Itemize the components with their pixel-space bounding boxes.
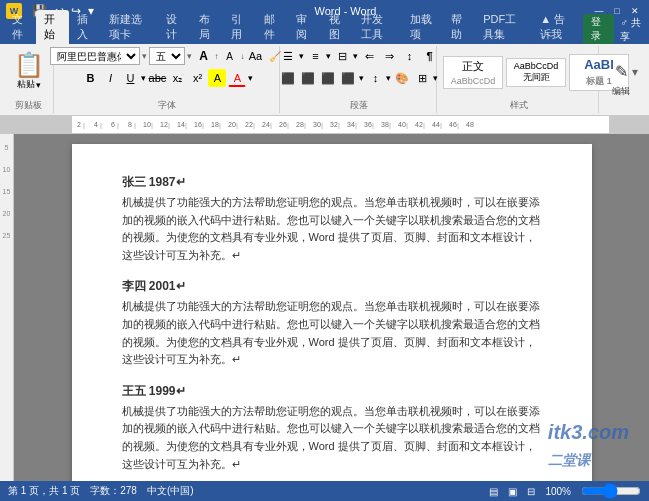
document-area[interactable]: 张三 1987↵ 机械提供了功能强大的方法帮助您证明您的观点。当您单击联机视频时… xyxy=(14,134,649,481)
share-button[interactable]: ♂ 共享 xyxy=(620,16,643,44)
align-center-btn[interactable]: ⬛ xyxy=(299,69,317,87)
ribbon-tabs: 文件 开始 插入 新建选项卡 设计 布局 引用 邮件 审阅 视图 开发工具 加载… xyxy=(0,22,649,44)
clipboard-label: 剪贴板 xyxy=(8,98,49,113)
svg-text:28: 28 xyxy=(296,121,304,128)
view-reading-btn[interactable]: ⊟ xyxy=(527,486,535,497)
strikethrough-btn[interactable]: abc xyxy=(148,69,166,87)
italic-btn[interactable]: I xyxy=(101,69,119,87)
entry-zhangsan: 张三 1987↵ 机械提供了功能强大的方法帮助您证明您的观点。当您单击联机视频时… xyxy=(122,174,542,264)
ruler-left-margin xyxy=(0,116,72,133)
document-page: 张三 1987↵ 机械提供了功能强大的方法帮助您证明您的观点。当您单击联机视频时… xyxy=(72,144,592,481)
tab-layout[interactable]: 布局 xyxy=(191,10,223,44)
font-family-select[interactable]: 阿里巴巴普惠体 xyxy=(50,47,140,65)
svg-text:12: 12 xyxy=(160,121,168,128)
justify-dropdown[interactable]: ▾ xyxy=(359,73,364,83)
edit-group: ✎ 编辑 xyxy=(601,46,645,113)
font-size-dropdown: ▾ xyxy=(187,51,192,61)
font-format-row: B I U ▾ abc x₂ x² A A ▾ xyxy=(81,68,253,88)
ribbon: 📋 粘贴 ▾ 剪贴板 阿里巴巴普惠体 ▾ 五号 ▾ A ↑ xyxy=(0,44,649,116)
borders-btn[interactable]: ⊞ xyxy=(413,69,431,87)
tab-pdf[interactable]: PDF工具集 xyxy=(475,10,532,44)
grow-font-btn[interactable]: A xyxy=(194,47,212,65)
line-spacing-dropdown[interactable]: ▾ xyxy=(386,73,391,83)
tab-developer[interactable]: 开发工具 xyxy=(353,10,402,44)
tab-design[interactable]: 设计 xyxy=(158,10,190,44)
highlight-btn[interactable]: A xyxy=(208,69,226,87)
bold-btn[interactable]: B xyxy=(81,69,99,87)
numbering-btn[interactable]: ≡ xyxy=(306,47,324,65)
font-color-dropdown[interactable]: ▾ xyxy=(248,73,253,83)
font-size-select[interactable]: 五号 xyxy=(149,47,185,65)
svg-text:22: 22 xyxy=(245,121,253,128)
tab-tellme[interactable]: ▲ 告诉我 xyxy=(532,10,583,44)
align-left-btn[interactable]: ⬛ xyxy=(279,69,297,87)
align-right-btn[interactable]: ⬛ xyxy=(319,69,337,87)
indent-increase-btn[interactable]: ⇒ xyxy=(380,47,398,65)
show-marks-btn[interactable]: ¶ xyxy=(420,47,438,65)
clipboard-content: 📋 粘贴 ▾ xyxy=(8,46,49,98)
svg-text:8: 8 xyxy=(128,121,132,128)
svg-text:4: 4 xyxy=(94,121,98,128)
ruler-main: 2 4 6 8 10 12 14 16 18 20 22 24 26 28 30… xyxy=(72,116,609,133)
tab-mail[interactable]: 邮件 xyxy=(256,10,288,44)
word-count: 字数：278 xyxy=(90,484,137,498)
bullets-dropdown[interactable]: ▾ xyxy=(299,51,304,61)
language: 中文(中国) xyxy=(147,484,194,498)
status-bar: 第 1 页，共 1 页 字数：278 中文(中国) ▤ ▣ ⊟ 100% xyxy=(0,481,649,501)
entry-lisi-content: 机械提供了功能强大的方法帮助您证明您的观点。当您单击联机视频时，可以在嵌要添加的… xyxy=(122,298,542,368)
superscript-btn[interactable]: x² xyxy=(188,69,206,87)
ruler-svg: 2 4 6 8 10 12 14 16 18 20 22 24 26 28 30… xyxy=(72,116,609,131)
sort-btn[interactable]: ↕ xyxy=(400,47,418,65)
paste-dropdown[interactable]: ▾ xyxy=(36,80,41,90)
shrink-arrow: ↓ xyxy=(240,52,244,61)
borders-dropdown[interactable]: ▾ xyxy=(433,73,438,83)
tab-addins[interactable]: 加载项 xyxy=(402,10,443,44)
tab-view[interactable]: 视图 xyxy=(321,10,353,44)
font-label: 字体 xyxy=(60,98,275,113)
underline-btn[interactable]: U xyxy=(121,69,139,87)
tab-insert[interactable]: 插入 xyxy=(69,10,101,44)
style-nospace[interactable]: AaBbCcDd无间距 xyxy=(506,58,566,87)
line-spacing-btn[interactable]: ↕ xyxy=(366,69,384,87)
view-layout-btn[interactable]: ▣ xyxy=(508,486,517,497)
multilevel-dropdown[interactable]: ▾ xyxy=(353,51,358,61)
tab-newtab[interactable]: 新建选项卡 xyxy=(101,10,158,44)
tab-review[interactable]: 审阅 xyxy=(288,10,320,44)
svg-text:6: 6 xyxy=(111,121,115,128)
numbering-dropdown[interactable]: ▾ xyxy=(326,51,331,61)
tab-help[interactable]: 帮助 xyxy=(443,10,475,44)
indent-decrease-btn[interactable]: ⇐ xyxy=(360,47,378,65)
view-normal-btn[interactable]: ▤ xyxy=(489,486,498,497)
svg-text:20: 20 xyxy=(228,121,236,128)
style-normal[interactable]: 正文AaBbCcDd xyxy=(443,56,503,89)
paste-button[interactable]: 📋 粘贴 ▾ xyxy=(8,51,49,93)
shading-btn[interactable]: 🎨 xyxy=(393,69,411,87)
subscript-btn[interactable]: x₂ xyxy=(168,69,186,87)
paste-label: 粘贴 xyxy=(17,78,35,91)
tab-home[interactable]: 开始 xyxy=(36,10,68,44)
font-content: 阿里巴巴普惠体 ▾ 五号 ▾ A ↑ A ↓ Aa 🧹 B I U ▾ abc xyxy=(60,46,275,98)
login-button[interactable]: 登录 xyxy=(583,14,614,44)
font-color-btn[interactable]: A xyxy=(228,69,246,87)
shrink-font-btn[interactable]: A xyxy=(220,47,238,65)
entry-wangwu: 王五 1999↵ 机械提供了功能强大的方法帮助您证明您的观点。当您单击联机视频时… xyxy=(122,383,542,473)
svg-text:16: 16 xyxy=(194,121,202,128)
bullets-btn[interactable]: ☰ xyxy=(279,47,297,65)
entry-wangwu-name: 王五 1999↵ xyxy=(122,383,542,400)
font-selector-row: 阿里巴巴普惠体 ▾ 五号 ▾ A ↑ A ↓ Aa 🧹 xyxy=(50,46,284,66)
entry-zhangsan-name: 张三 1987↵ xyxy=(122,174,542,191)
tab-references[interactable]: 引用 xyxy=(223,10,255,44)
font-size-separator: ▾ xyxy=(142,51,147,61)
tab-file[interactable]: 文件 xyxy=(4,10,36,44)
multilevel-btn[interactable]: ⊟ xyxy=(333,47,351,65)
main-area: 5 10 15 20 25 张三 1987↵ 机械提供了功能强大的方法帮助您证明… xyxy=(0,134,649,481)
para-content: ☰ ▾ ≡ ▾ ⊟ ▾ ⇐ ⇒ ↕ ¶ ⬛ ⬛ ⬛ ⬛ ▾ ↕ ▾ 🎨 ⊞ xyxy=(286,46,432,98)
underline-dropdown[interactable]: ▾ xyxy=(141,73,146,83)
svg-text:30: 30 xyxy=(313,121,321,128)
entry-wangwu-content: 机械提供了功能强大的方法帮助您证明您的观点。当您单击联机视频时，可以在嵌要添加的… xyxy=(122,403,542,473)
justify-btn[interactable]: ⬛ xyxy=(339,69,357,87)
edit-btn[interactable]: ✎ 编辑 xyxy=(605,58,637,100)
zoom-slider[interactable] xyxy=(581,485,641,497)
change-case-btn[interactable]: Aa xyxy=(246,47,264,65)
svg-text:24: 24 xyxy=(262,121,270,128)
